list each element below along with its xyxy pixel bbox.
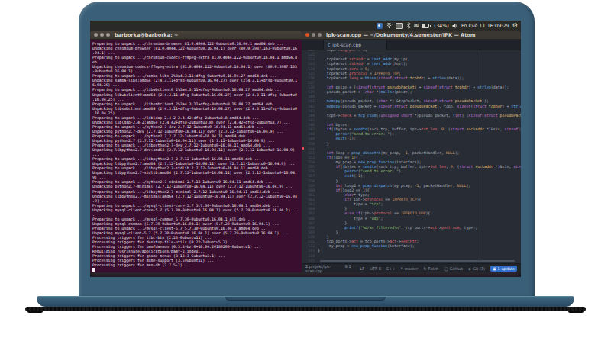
terminal-titlebar[interactable]: barborka@barborka: ~ — [90, 31, 302, 40]
status-1-update[interactable]: ▣1 update — [490, 266, 517, 272]
code-line: 542 memcpy(pseudo_packet + sizeof(struct… — [302, 104, 521, 108]
c-file-icon: C — [328, 43, 330, 47]
terminal-line: Unpacking libpython2.7-minimal:amd64 (2.… — [92, 194, 302, 198]
status-right: LFUTF-8C++Ymaster↻Fetch◯GitHub◈Git (3)▣1… — [360, 266, 517, 272]
top-panel: ✉ (34%) Po kvě 11 16:09:29 ⚙ — [90, 21, 521, 31]
input-method-icon[interactable] — [377, 22, 383, 29]
terminal-line: Unpacking python2.7-minimal (2.7.12-1ubu… — [92, 184, 302, 188]
github-icon: ◯ — [444, 266, 448, 271]
terminal-line: Unpacking libwbclient0:amd64 (2:4.3.11+d… — [92, 92, 302, 97]
bluetooth-icon[interactable] — [406, 22, 411, 29]
laptop-screen: ✉ (34%) Po kvě 11 16:09:29 ⚙ barborka@ba… — [90, 21, 521, 277]
line-number: 575 — [302, 258, 318, 263]
terminal-line: Unpacking mysql-client-core-5.7 (5.7.30-… — [92, 208, 302, 212]
status-lf[interactable]: LF — [360, 266, 365, 271]
tab-label: ipk-scan.cpp — [332, 42, 361, 47]
sync-icon: ↻ — [423, 266, 426, 271]
code-line: 544 tcph->check = tcp_csum((unsigned sho… — [302, 113, 521, 118]
status-master[interactable]: Ymaster — [401, 266, 419, 271]
terminal-line: Preparing to unpack .../mysql-client-cor… — [92, 203, 302, 208]
terminal-line: Unpacking libldap-2.4-2:amd64 (2.4.42+df… — [92, 120, 302, 124]
package-icon: ▣ — [493, 266, 496, 272]
status-left-item[interactable]: 2.projekt/ipk-scan.cpp — [306, 264, 339, 273]
tab-bar: C ipk-scan.cpp — [302, 40, 521, 50]
laptop-bottom-edge — [25, 307, 586, 311]
atom-minimize-button[interactable] — [312, 33, 315, 37]
terminal-maximize-button[interactable] — [106, 33, 110, 37]
battery-percent: (34%) — [434, 23, 449, 29]
editor-lines: 530 tcph->urg_ptr = 0;531532 tcpPacket.s… — [302, 50, 521, 263]
laptop-latch-notch — [225, 297, 386, 301]
terminal-line: Preparing to unpack .../chromium-codecs-… — [92, 55, 302, 60]
wifi-icon[interactable] — [386, 22, 393, 29]
horizontal-scrollbar[interactable] — [320, 260, 515, 262]
terminal-line: Unpacking libpython2.7-stdlib:amd64 (2.7… — [92, 170, 302, 175]
atom-window: ipk-scan.cpp — ~/Dokumenty/4.semester/IP… — [302, 31, 521, 272]
wrap-guide — [480, 50, 480, 263]
code-editor[interactable]: 530 tcph->urg_ptr = 0;531532 tcpPacket.s… — [302, 50, 521, 263]
terminal-line: Unpacking samba-libs:amd64 (2:4.3.11+dfs… — [92, 78, 302, 82]
terminal-minimize-button[interactable] — [100, 33, 104, 37]
terminal-cursor-line — [92, 267, 302, 272]
volume-icon[interactable] — [452, 22, 458, 29]
panel-clock[interactable]: Po kvě 11 16:09:29 — [461, 23, 509, 29]
terminal-line: Unpacking libpython2.7-dev:amd64 (2.7.12… — [92, 147, 302, 152]
terminal-line: Unpacking mysql-common (5.7.30-0ubuntu0.… — [92, 221, 302, 226]
session-gear-icon[interactable]: ⚙ — [512, 22, 518, 29]
status-left-item[interactable]: 9:1 — [345, 264, 351, 273]
status-github[interactable]: ◯GitHub — [444, 266, 463, 271]
terminal-line: Preparing to unpack .../libwbclient0_2%3… — [92, 87, 302, 92]
git-icon: ◈ — [468, 266, 471, 271]
status-git-3-[interactable]: ◈Git (3) — [468, 266, 485, 271]
tab-ipk-scan[interactable]: C ipk-scan.cpp — [323, 40, 387, 50]
terminal-window: barborka@barborka: ~ Preparing to unpack… — [90, 31, 302, 272]
keyboard-icon[interactable] — [396, 22, 403, 29]
atom-maximize-button[interactable] — [318, 33, 322, 37]
terminal-title: barborka@barborka: ~ — [115, 32, 178, 38]
status-utf-8[interactable]: UTF-8 — [370, 266, 381, 271]
terminal-line: Preparing to unpack .../libsmbclient_2%3… — [92, 101, 302, 106]
mail-icon[interactable]: ✉ — [414, 22, 419, 29]
terminal-line: Preparing to unpack .../libpython2.7-min… — [92, 189, 302, 194]
terminal-line: Unpacking chromium-browser (81.0.4044.12… — [92, 46, 302, 50]
atom-close-button[interactable] — [306, 33, 309, 37]
status-bar: 2.projekt/ipk-scan.cpp9:1 LFUTF-8C++Ymas… — [302, 263, 521, 272]
atom-titlebar[interactable]: ipk-scan.cpp — ~/Dokumenty/4.semester/IP… — [302, 31, 521, 40]
terminal-output[interactable]: Preparing to unpack .../chromium-browser… — [90, 40, 302, 272]
battery-icon[interactable] — [422, 22, 431, 29]
terminal-cursor — [92, 268, 95, 272]
status-c-[interactable]: C++ — [386, 266, 396, 271]
status-fetch[interactable]: ↻Fetch — [423, 266, 438, 271]
terminal-line: Unpacking libsmbclient:amd64 (2:4.3.11+d… — [92, 106, 302, 111]
branch-icon: Y — [401, 266, 403, 271]
status-left: 2.projekt/ipk-scan.cpp9:1 — [306, 264, 351, 273]
terminal-close-button[interactable] — [94, 33, 98, 37]
laptop-mockup: ✉ (34%) Po kvě 11 16:09:29 ⚙ barborka@ba… — [0, 0, 611, 364]
atom-title: ipk-scan.cpp — ~/Dokumenty/4.semester/IP… — [326, 32, 476, 38]
